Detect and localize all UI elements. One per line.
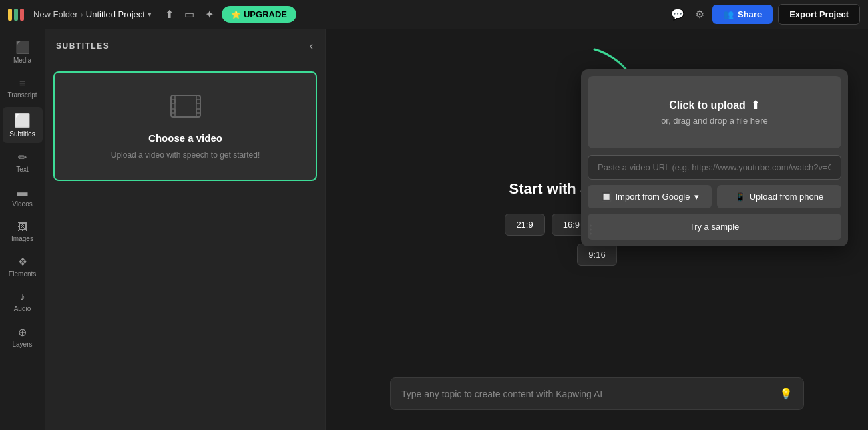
resize-handle[interactable] [587,222,594,238]
sidebar-item-subtitles[interactable]: ⬜ Subtitles [3,107,43,143]
topbar-right: 💬 ⚙ 👥 Share Export Project [668,4,860,25]
share-upload-icon[interactable]: ⬆ [162,5,176,23]
video-choose-card[interactable]: Choose a video Upload a video with speec… [53,71,317,181]
upload-phone-label: Upload from phone [750,192,824,202]
upload-panel: Click to upload ⬆ or, drag and drop a fi… [581,69,848,246]
elements-icon: ❖ [18,256,27,268]
resize-dot-3 [590,233,592,235]
upload-main-text: Click to upload ⬆ [669,99,760,112]
panel-content: Choose a video Upload a video with speec… [45,63,325,430]
ai-lightbulb-icon: 💡 [779,387,793,400]
upload-arrow-icon: ⬆ [751,99,760,112]
upgrade-button[interactable]: ⭐ UPGRADE [222,6,296,23]
upload-options-row: 🔲 Import from Google ▾ 📱 Upload from pho… [588,185,841,208]
url-input[interactable] [588,155,841,180]
ratio-21-9[interactable]: 21:9 [505,214,544,236]
panel-title: SUBTITLES [56,41,110,51]
sidebar-item-layers[interactable]: ⊕ Layers [3,320,43,353]
share-users-icon: 👥 [723,9,734,19]
sidebar-item-media[interactable]: ⬛ Media [3,35,43,69]
layers-icon: ⊕ [18,326,27,339]
sidebar-audio-label: Audio [14,305,31,312]
video-film-icon [170,93,202,126]
sidebar-item-elements[interactable]: ❖ Elements [3,250,43,283]
try-sample-button[interactable]: Try a sample [588,214,841,240]
panel-collapse-button[interactable]: ‹ [308,39,314,53]
sidebar-transcript-label: Transcript [7,91,37,99]
sidebar-item-videos[interactable]: ▬ Videos [3,181,43,213]
subtitles-icon: ⬜ [14,112,31,128]
breadcrumb: New Folder › Untitled Project ▾ [33,9,152,19]
settings-icon[interactable]: ⚙ [692,5,707,23]
export-button[interactable]: Export Project [778,4,860,25]
topbar: New Folder › Untitled Project ▾ ⬆ ▭ ✦ ⭐ … [0,0,868,29]
share-label: Share [738,9,762,19]
ratio-9-16[interactable]: 9:16 [577,244,616,266]
transcript-icon: ≡ [19,77,25,89]
upload-text-label: Click to upload [669,99,746,112]
sidebar-images-label: Images [11,235,33,242]
project-name[interactable]: Untitled Project [86,9,145,19]
share-button[interactable]: 👥 Share [712,5,773,24]
sidebar-text-label: Text [16,166,28,173]
folder-name[interactable]: New Folder [33,9,77,19]
canvas-area: Start with a blank canvas 21:9 16:9 1:1 … [326,29,868,430]
sidebar-item-audio[interactable]: ♪ Audio [3,286,43,318]
subtitles-panel: SUBTITLES ‹ Choose a video Upl [45,29,326,430]
topbar-actions: ⬆ ▭ ✦ [162,5,216,23]
import-google-button[interactable]: 🔲 Import from Google ▾ [588,185,712,208]
magic-icon[interactable]: ✦ [202,5,216,23]
app-logo [8,9,24,21]
sidebar-media-label: Media [13,57,31,64]
images-icon: 🖼 [17,221,28,233]
audio-icon: ♪ [20,291,25,303]
sidebar-subtitles-label: Subtitles [9,130,35,138]
import-google-label: Import from Google [616,192,690,202]
ratio-second-row: 9:16 [577,244,616,266]
upgrade-star-icon: ⭐ [231,10,241,19]
sidebar-item-images[interactable]: 🖼 Images [3,216,43,248]
video-choose-subtitle: Upload a video with speech to get starte… [111,150,260,160]
google-icon: 🔲 [601,192,612,202]
sidebar-item-transcript[interactable]: ≡ Transcript [3,72,43,104]
main-layout: ⬛ Media ≡ Transcript ⬜ Subtitles ✏ Text … [0,29,868,430]
sidebar-videos-label: Videos [12,200,32,208]
panel-header: SUBTITLES ‹ [45,29,325,63]
google-chevron-icon: ▾ [694,192,699,202]
phone-icon: 📱 [735,192,746,202]
sidebar-elements-label: Elements [9,270,37,278]
upgrade-label: UPGRADE [244,9,287,19]
media-icon: ⬛ [15,40,30,55]
sidebar: ⬛ Media ≡ Transcript ⬜ Subtitles ✏ Text … [0,29,45,430]
breadcrumb-sep: › [80,9,83,19]
video-choose-title: Choose a video [148,132,222,144]
sidebar-item-text[interactable]: ✏ Text [3,146,43,178]
ai-input-placeholder: Type any topic to create content with Ka… [401,389,773,399]
captions-icon[interactable]: ▭ [182,5,197,23]
chevron-down-icon[interactable]: ▾ [148,10,152,19]
ai-input-bar[interactable]: Type any topic to create content with Ka… [390,377,804,410]
ai-input-container: Type any topic to create content with Ka… [390,377,804,410]
upload-phone-button[interactable]: 📱 Upload from phone [717,185,841,208]
resize-dot-2 [590,229,592,231]
videos-icon: ▬ [17,186,28,198]
upload-sub-text: or, drag and drop a file here [661,116,768,126]
text-icon: ✏ [18,151,27,164]
resize-dot-1 [590,225,592,227]
upload-drop-zone[interactable]: Click to upload ⬆ or, drag and drop a fi… [588,76,841,148]
comment-icon[interactable]: 💬 [668,5,687,23]
sidebar-layers-label: Layers [12,341,32,348]
